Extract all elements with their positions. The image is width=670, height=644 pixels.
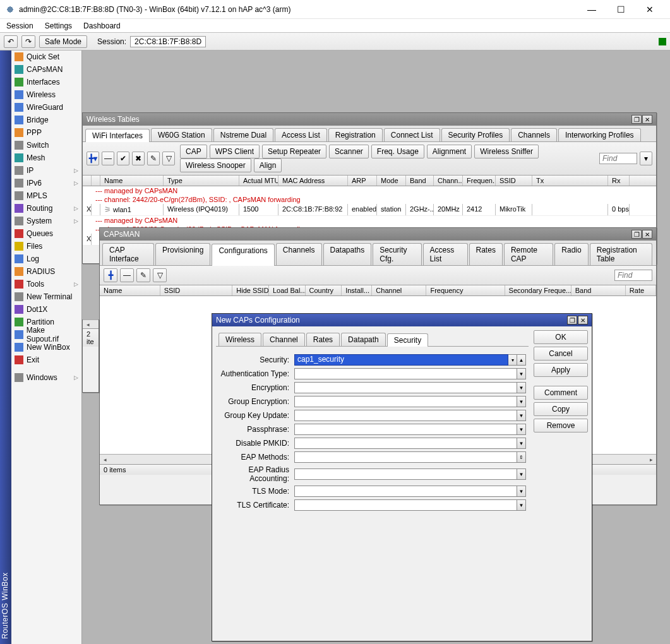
wireless-snooper-button[interactable]: Wireless Snooper <box>180 158 251 172</box>
scroll-right-icon[interactable]: ▸ <box>646 456 656 463</box>
sidebar-item-ipv6[interactable]: IPv6▷ <box>11 177 81 189</box>
field-input[interactable] <box>294 396 517 407</box>
dropdown-icon[interactable]: ▼ <box>517 499 526 511</box>
dropdown-icon[interactable]: ▼ <box>517 382 526 393</box>
tab-connect-list[interactable]: Connect List <box>384 128 440 141</box>
toggle-icon[interactable]: ▲ <box>517 354 526 366</box>
close-icon[interactable]: ✕ <box>642 115 652 124</box>
tab-channel[interactable]: Channel <box>263 333 305 346</box>
sidebar-item-log[interactable]: Log <box>11 253 81 265</box>
tab-security[interactable]: Security <box>387 333 428 347</box>
field-input[interactable] <box>294 451 517 463</box>
col-header[interactable]: Country <box>306 285 342 295</box>
col-header[interactable]: Frequency <box>426 285 505 295</box>
dropdown-icon[interactable]: ▼ <box>517 486 526 497</box>
dropdown-icon[interactable]: ▼ <box>517 396 526 407</box>
remove-button[interactable]: — <box>120 268 134 282</box>
dropdown-icon[interactable]: ▼ <box>517 438 526 449</box>
close-icon[interactable]: ✕ <box>578 316 588 325</box>
apply-button[interactable]: Apply <box>534 363 588 377</box>
sidebar-item-wireless[interactable]: Wireless <box>11 88 81 101</box>
col-header[interactable]: Channel <box>372 285 426 295</box>
tab-w60g-station[interactable]: W60G Station <box>151 128 212 141</box>
tab-channels[interactable]: Channels <box>511 128 557 141</box>
field-input[interactable] <box>294 438 517 449</box>
field-input[interactable] <box>294 382 517 393</box>
col-header[interactable]: Chann... <box>434 176 463 186</box>
maximize-button[interactable]: ☐ <box>612 4 630 15</box>
col-header[interactable]: Name <box>100 285 160 295</box>
table-row[interactable]: X⚞ wlan1Wireless (IPQ4019)15002C:C8:1B:7… <box>83 204 656 216</box>
cap-button[interactable]: CAP <box>180 145 207 158</box>
tab-security-cfg-[interactable]: Security Cfg. <box>373 243 421 265</box>
scanner-button[interactable]: Scanner <box>329 145 369 158</box>
tab-interworking-profiles[interactable]: Interworking Profiles <box>558 128 641 141</box>
tab-access-list[interactable]: Access List <box>423 243 468 265</box>
wireless-titlebar[interactable]: Wireless Tables ❐ ✕ <box>83 113 656 126</box>
sidebar-item-windows[interactable]: Windows▷ <box>11 371 81 384</box>
col-header[interactable]: Name <box>100 176 164 186</box>
close-button[interactable]: ✕ <box>641 4 659 15</box>
sidebar-item-bridge[interactable]: Bridge <box>11 114 81 126</box>
safe-mode-button[interactable]: Safe Mode <box>39 35 87 48</box>
col-header[interactable]: SSID <box>496 176 532 186</box>
sidebar-item-system[interactable]: System▷ <box>11 215 81 227</box>
col-header[interactable]: Mode <box>377 176 406 186</box>
field-input[interactable] <box>294 499 517 511</box>
col-header[interactable]: Actual MTU <box>239 176 278 186</box>
tab-configurations[interactable]: Configurations <box>212 244 274 266</box>
sidebar-item-switch[interactable]: Switch <box>11 139 81 152</box>
menu-dashboard[interactable]: Dashboard <box>83 21 121 30</box>
col-header[interactable] <box>92 176 100 186</box>
find-input[interactable] <box>614 270 652 281</box>
field-input[interactable]: cap1_security <box>294 354 508 366</box>
minimize-button[interactable]: — <box>583 4 601 15</box>
tab-rates[interactable]: Rates <box>306 333 340 346</box>
dropdown-icon[interactable]: ▾ <box>508 354 517 366</box>
comment-button[interactable]: ✎ <box>136 268 150 282</box>
col-header[interactable] <box>83 176 92 186</box>
copy-button[interactable]: Copy <box>534 402 588 416</box>
sidebar-item-make-supout-rif[interactable]: Make Supout.rif <box>11 328 81 341</box>
cancel-button[interactable]: Cancel <box>534 347 588 361</box>
col-header[interactable]: MAC Address <box>278 176 348 186</box>
sidebar-item-radius[interactable]: RADIUS <box>11 265 81 278</box>
field-input[interactable] <box>294 410 517 421</box>
tab-rates[interactable]: Rates <box>469 243 503 265</box>
tab-wireless[interactable]: Wireless <box>218 333 261 346</box>
remove-button[interactable]: Remove <box>534 419 588 432</box>
sidebar-item-ip[interactable]: IP▷ <box>11 164 81 177</box>
tab-nstreme-dual[interactable]: Nstreme Dual <box>213 128 273 141</box>
sidebar-item-mpls[interactable]: MPLS <box>11 189 81 202</box>
filter-button[interactable]: ▽ <box>162 152 175 165</box>
tab-datapaths[interactable]: Datapaths <box>323 243 372 265</box>
sidebar-item-routing[interactable]: Routing▷ <box>11 202 81 215</box>
scroll-left-icon[interactable]: ◂ <box>100 456 110 463</box>
tab-registration[interactable]: Registration <box>328 128 383 141</box>
field-input[interactable] <box>294 468 517 480</box>
enable-button[interactable]: ✔ <box>117 152 129 165</box>
tab-provisioning[interactable]: Provisioning <box>155 243 210 265</box>
col-header[interactable]: Install... <box>342 285 372 295</box>
sidebar-item-tools[interactable]: Tools▷ <box>11 278 81 290</box>
setup-repeater-button[interactable]: Setup Repeater <box>262 145 326 158</box>
add-button[interactable]: ╋ <box>104 268 117 282</box>
menu-settings[interactable]: Settings <box>45 21 72 30</box>
col-header[interactable]: Band <box>406 176 434 186</box>
sidebar-item-capsman[interactable]: CAPsMAN <box>11 63 81 76</box>
wireless-sniffer-button[interactable]: Wireless Sniffer <box>474 145 539 158</box>
field-input[interactable] <box>294 486 517 497</box>
tab-security-profiles[interactable]: Security Profiles <box>441 128 510 141</box>
sidebar-item-queues[interactable]: Queues <box>11 227 81 240</box>
restore-icon[interactable]: ❐ <box>631 115 642 124</box>
comment-button[interactable]: Comment <box>534 386 588 400</box>
col-header[interactable]: SSID <box>160 285 233 295</box>
close-icon[interactable]: ✕ <box>642 230 652 239</box>
find-input[interactable] <box>599 153 637 164</box>
sidebar-item-files[interactable]: Files <box>11 240 81 253</box>
col-header[interactable]: Rx <box>608 176 630 186</box>
field-input[interactable] <box>294 424 517 435</box>
caps-config-titlebar[interactable]: New CAPs Configuration ❐ ✕ <box>212 314 592 326</box>
restore-icon[interactable]: ❐ <box>631 230 642 239</box>
tab-radio[interactable]: Radio <box>554 243 588 265</box>
